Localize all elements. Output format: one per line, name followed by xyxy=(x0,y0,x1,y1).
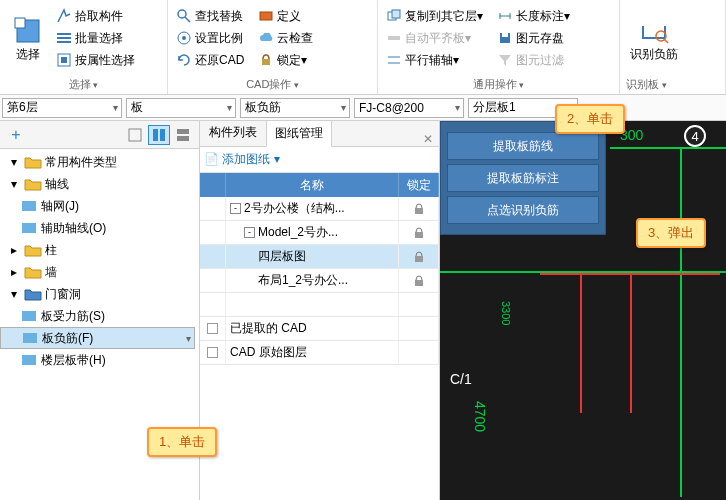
pick-component-button[interactable]: 拾取构件 xyxy=(52,5,139,27)
svg-rect-2 xyxy=(57,33,71,35)
lock-icon xyxy=(413,203,425,215)
drawing-row[interactable]: 布局1_2号办公... xyxy=(200,269,439,293)
svg-rect-29 xyxy=(177,136,189,141)
drawing-row[interactable]: 已提取的 CAD xyxy=(200,317,439,341)
general-group-label: 通用操作 xyxy=(378,76,619,94)
ribbon: 选择 拾取构件 批量选择 按属性选择 选择 查找替换 设置比例 还原CAD 定义… xyxy=(0,0,726,95)
drawing-list-panel: 构件列表 图纸管理 ✕ 📄 添加图纸 ▾ 名称 锁定 -2号办公楼（结构...-… xyxy=(200,121,440,500)
svg-rect-14 xyxy=(392,10,400,18)
pick-recognize-button[interactable]: 点选识别负筋 xyxy=(447,196,599,224)
filter-element-button: 图元过滤 xyxy=(493,49,574,71)
svg-rect-28 xyxy=(177,129,189,134)
tree-node-neg-rebar[interactable]: 板负筋(F) xyxy=(0,327,195,349)
svg-rect-6 xyxy=(61,57,67,63)
select-by-property-button[interactable]: 按属性选择 xyxy=(52,49,139,71)
save-element-button[interactable]: 图元存盘 xyxy=(493,27,574,49)
batch-select-button[interactable]: 批量选择 xyxy=(52,27,139,49)
tree-view2-button[interactable] xyxy=(148,125,170,145)
extract-rebar-label-button[interactable]: 提取板筋标注 xyxy=(447,164,599,192)
svg-rect-1 xyxy=(15,18,25,28)
callout-3: 3、弹出 xyxy=(636,218,706,248)
drawing-row[interactable]: 四层板图 xyxy=(200,245,439,269)
expand-icon: ▸ xyxy=(6,264,22,280)
svg-rect-27 xyxy=(160,129,165,141)
cad-group-label: CAD操作 xyxy=(168,76,377,94)
svg-line-24 xyxy=(664,39,668,43)
tree-view3-button[interactable] xyxy=(172,125,194,145)
collapse-icon: ▾ xyxy=(6,286,22,302)
svg-rect-26 xyxy=(153,129,158,141)
drawing-row[interactable]: -2号办公楼（结构... xyxy=(200,197,439,221)
tree-node-force-rebar[interactable]: 板受力筋(S) xyxy=(0,305,199,327)
svg-rect-22 xyxy=(502,33,508,37)
tab-component-list[interactable]: 构件列表 xyxy=(200,119,266,146)
tree-node-opening[interactable]: ▾门窗洞 xyxy=(0,283,199,305)
tree-add-button[interactable]: + xyxy=(5,125,27,145)
find-replace-button[interactable]: 查找替换 xyxy=(172,5,248,27)
list-header: 名称 锁定 xyxy=(200,173,439,197)
recog-group-label: 识别板 xyxy=(620,76,725,94)
tree-node-axis[interactable]: ▾轴线 xyxy=(0,173,199,195)
svg-rect-32 xyxy=(22,311,36,321)
subcategory-select[interactable]: 板负筋 xyxy=(240,98,350,118)
parallel-axis-button[interactable]: 平行辅轴 ▾ xyxy=(382,49,487,71)
callout-1: 1、单击 xyxy=(147,427,217,457)
svg-rect-34 xyxy=(22,355,36,365)
spec-select[interactable]: FJ-C8@200 xyxy=(354,98,464,118)
svg-point-7 xyxy=(178,10,186,18)
tree-node-floor-strip[interactable]: 楼层板带(H) xyxy=(0,349,199,371)
svg-rect-33 xyxy=(23,333,37,343)
drawing-row[interactable]: -Model_2号办... xyxy=(200,221,439,245)
expand-icon: ▸ xyxy=(6,242,22,258)
lock-button[interactable]: 锁定 ▾ xyxy=(254,49,317,71)
tree-node-wall[interactable]: ▸墙 xyxy=(0,261,199,283)
set-scale-button[interactable]: 设置比例 xyxy=(172,27,248,49)
tree-node-column[interactable]: ▸柱 xyxy=(0,239,199,261)
svg-rect-11 xyxy=(260,12,272,20)
svg-rect-12 xyxy=(262,59,270,65)
tab-drawing-manage[interactable]: 图纸管理 xyxy=(266,120,332,147)
grid-label: C/1 xyxy=(450,371,472,387)
add-drawing-button[interactable]: 📄 添加图纸 ▾ xyxy=(204,151,280,168)
svg-rect-38 xyxy=(415,280,423,286)
tree-node-grid[interactable]: 轴网(J) xyxy=(0,195,199,217)
tree-view1-button[interactable] xyxy=(124,125,146,145)
collapse-icon: ▾ xyxy=(6,176,22,192)
copy-to-floor-button[interactable]: 复制到其它层 ▾ xyxy=(382,5,487,27)
svg-rect-3 xyxy=(57,37,71,39)
svg-rect-30 xyxy=(22,201,36,211)
length-dim-button[interactable]: 长度标注 ▾ xyxy=(493,5,574,27)
svg-rect-15 xyxy=(388,36,400,40)
svg-rect-35 xyxy=(415,208,423,214)
category-select[interactable]: 板 xyxy=(126,98,236,118)
svg-rect-25 xyxy=(129,129,141,141)
svg-rect-31 xyxy=(22,223,36,233)
lock-icon xyxy=(413,275,425,287)
drawing-row[interactable]: CAD 原始图层 xyxy=(200,341,439,365)
define-button[interactable]: 定义 xyxy=(254,5,317,27)
svg-line-8 xyxy=(185,17,190,22)
close-icon[interactable]: ✕ xyxy=(417,132,439,146)
collapse-icon: ▾ xyxy=(6,154,22,170)
extract-rebar-line-button[interactable]: 提取板筋线 xyxy=(447,132,599,160)
recognize-popup: ✕ 提取板筋线 提取板筋标注 点选识别负筋 xyxy=(440,121,606,235)
dim-text: 4700 xyxy=(472,401,488,432)
cloud-check-button[interactable]: 云检查 xyxy=(254,27,317,49)
tree-node-common[interactable]: ▾常用构件类型 xyxy=(0,151,199,173)
lock-icon xyxy=(413,251,425,263)
axis-bubble: 4 xyxy=(684,125,706,147)
restore-cad-button[interactable]: 还原CAD xyxy=(172,49,248,71)
select-group-label: 选择 xyxy=(0,76,167,94)
svg-rect-37 xyxy=(415,256,423,262)
callout-2: 2、单击 xyxy=(555,104,625,134)
recognize-neg-rebar-button[interactable]: 识别负筋 xyxy=(624,2,684,74)
svg-point-10 xyxy=(182,36,186,40)
select-button[interactable]: 选择 xyxy=(4,2,52,74)
lock-icon xyxy=(413,227,425,239)
cad-canvas[interactable]: ✕ 提取板筋线 提取板筋标注 点选识别负筋 4 300 3300 4700 C/… xyxy=(440,121,726,500)
tree-node-aux-axis[interactable]: 辅助轴线(O) xyxy=(0,217,199,239)
auto-flatten-button: 自动平齐板 ▾ xyxy=(382,27,487,49)
drawing-row[interactable] xyxy=(200,293,439,317)
floor-select[interactable]: 第6层 xyxy=(2,98,122,118)
svg-rect-4 xyxy=(57,41,71,43)
